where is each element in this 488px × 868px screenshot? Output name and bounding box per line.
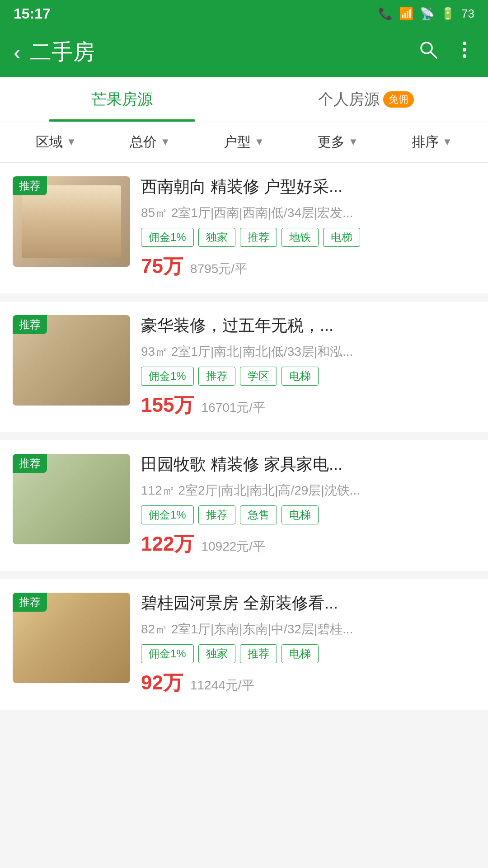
listing-tag: 佣金1% [141,228,194,247]
filter-sort-arrow: ▼ [442,136,452,148]
listing-tag: 独家 [198,644,235,663]
filter-bar: 区域 ▼ 总价 ▼ 户型 ▼ 更多 ▼ 排序 ▼ [0,122,488,163]
listing-info: 田园牧歌 精装修 家具家电... 112㎡ 2室2厅|南北|南北|高/29层|沈… [141,454,475,557]
listing-detail: 93㎡ 2室1厅|南北|南北|低/33层|和泓... [141,343,475,360]
filter-type[interactable]: 户型 ▼ [197,133,291,151]
listing-item[interactable]: 推荐 田园牧歌 精装修 家具家电... 112㎡ 2室2厅|南北|南北|高/29… [0,440,488,571]
listing-tags: 佣金1%推荐急售电梯 [141,505,475,524]
listing-detail: 85㎡ 2室1厅|西南|西南|低/34层|宏发... [141,204,475,222]
listing-price-unit: 16701元/平 [201,399,265,416]
listing-tag: 佣金1% [141,644,194,663]
filter-price-arrow: ▼ [160,136,170,148]
recommend-badge: 推荐 [13,454,47,473]
back-button[interactable]: ‹ [14,40,21,65]
listing-item[interactable]: 推荐 西南朝向 精装修 户型好采... 85㎡ 2室1厅|西南|西南|低/34层… [0,163,488,293]
tab-mango-label: 芒果房源 [91,89,153,110]
filter-type-label: 户型 [224,133,251,151]
listing-tags: 佣金1%推荐学区电梯 [141,367,475,386]
phone-icon: 📞 [378,7,393,21]
svg-point-2 [463,42,466,45]
listing-list: 推荐 西南朝向 精装修 户型好采... 85㎡ 2室1厅|西南|西南|低/34层… [0,163,488,710]
listing-tag: 推荐 [240,228,277,247]
filter-more-label: 更多 [318,133,345,151]
listing-item[interactable]: 推荐 豪华装修，过五年无税，... 93㎡ 2室1厅|南北|南北|低/33层|和… [0,302,488,432]
listing-price-row: 155万 16701元/平 [141,392,475,419]
svg-line-1 [431,52,436,58]
filter-sort-label: 排序 [412,133,439,151]
filter-more[interactable]: 更多 ▼ [291,133,385,151]
tab-personal-badge: 免佣 [383,91,414,108]
listing-image-wrap: 推荐 [13,593,130,683]
listing-image-wrap: 推荐 [13,176,130,267]
listing-tag: 佣金1% [141,505,194,524]
tab-mango[interactable]: 芒果房源 [0,77,244,122]
listing-image-wrap: 推荐 [13,315,130,406]
listing-tags: 佣金1%独家推荐电梯 [141,644,475,663]
nav-bar: ‹ 二手房 [0,27,488,77]
nav-left: ‹ 二手房 [14,38,95,66]
listing-price-unit: 10922元/平 [201,538,265,555]
recommend-badge: 推荐 [13,176,47,195]
listing-tag: 独家 [198,228,235,247]
filter-area-arrow: ▼ [66,136,76,148]
listing-info: 碧桂园河景房 全新装修看... 82㎡ 2室1厅|东南|东南|中/32层|碧桂.… [141,593,475,696]
more-icon[interactable] [455,40,474,64]
status-time: 15:17 [14,5,51,22]
battery-icon: 🔋 [441,7,455,21]
listing-price-row: 122万 10922元/平 [141,531,475,557]
listing-tag: 推荐 [240,644,277,663]
listing-info: 西南朝向 精装修 户型好采... 85㎡ 2室1厅|西南|西南|低/34层|宏发… [141,176,475,280]
filter-type-arrow: ▼ [254,136,264,148]
filter-area[interactable]: 区域 ▼ [9,133,103,151]
listing-title: 碧桂园河景房 全新装修看... [141,593,475,614]
filter-price[interactable]: 总价 ▼ [103,133,197,151]
listing-tag: 电梯 [323,228,360,247]
listing-price-main: 75万 [141,253,183,280]
listing-tag: 电梯 [282,367,319,386]
listing-price-row: 75万 8795元/平 [141,253,475,280]
listing-price-main: 122万 [141,531,194,557]
listing-title: 西南朝向 精装修 户型好采... [141,176,475,198]
listing-detail: 82㎡ 2室1厅|东南|东南|中/32层|碧桂... [141,620,475,638]
listing-tags: 佣金1%独家推荐地铁电梯 [141,228,475,247]
tab-bar: 芒果房源 个人房源 免佣 [0,77,488,122]
status-bar: 15:17 📞 📶 📡 🔋 73 [0,0,488,27]
listing-image-wrap: 推荐 [13,454,130,544]
listing-price-main: 155万 [141,392,194,419]
tab-personal-label: 个人房源 [318,89,380,110]
filter-more-arrow: ▼ [348,136,358,148]
svg-point-3 [463,48,466,52]
listing-item[interactable]: 推荐 碧桂园河景房 全新装修看... 82㎡ 2室1厅|东南|东南|中/32层|… [0,579,488,710]
search-icon[interactable] [418,40,438,64]
recommend-badge: 推荐 [13,593,47,612]
page-title: 二手房 [30,38,95,66]
recommend-badge: 推荐 [13,315,47,334]
listing-tag: 电梯 [282,644,319,663]
wifi-icon: 📶 [399,7,413,21]
listing-tag: 推荐 [198,367,235,386]
signal-icon: 📡 [420,7,434,21]
listing-tag: 推荐 [198,505,235,524]
battery-level: 73 [461,7,474,21]
listing-tag: 急售 [240,505,277,524]
listing-tag: 地铁 [282,228,319,247]
listing-price-unit: 11244元/平 [190,677,254,694]
listing-tag: 电梯 [282,505,319,524]
status-icons: 📞 📶 📡 🔋 73 [378,7,474,21]
svg-point-4 [463,54,466,58]
listing-detail: 112㎡ 2室2厅|南北|南北|高/29层|沈铁... [141,481,475,499]
nav-right [418,40,474,64]
listing-tag: 佣金1% [141,367,194,386]
listing-title: 田园牧歌 精装修 家具家电... [141,454,475,475]
tab-personal[interactable]: 个人房源 免佣 [244,77,488,122]
listing-price-unit: 8795元/平 [190,260,247,278]
listing-price-main: 92万 [141,670,183,696]
listing-price-row: 92万 11244元/平 [141,670,475,696]
filter-sort[interactable]: 排序 ▼ [385,133,479,151]
listing-info: 豪华装修，过五年无税，... 93㎡ 2室1厅|南北|南北|低/33层|和泓..… [141,315,475,419]
filter-price-label: 总价 [130,133,157,151]
listing-tag: 学区 [240,367,277,386]
listing-title: 豪华装修，过五年无税，... [141,315,475,336]
filter-area-label: 区域 [36,133,63,151]
